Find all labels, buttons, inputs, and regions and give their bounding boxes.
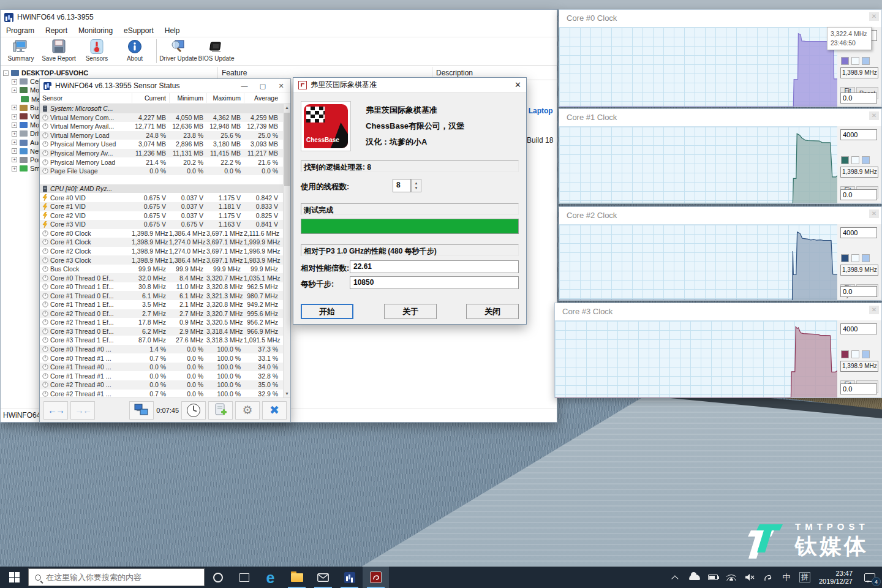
threads-stepper[interactable]: ▲ ▼ xyxy=(411,179,421,192)
line-color-swatch[interactable] xyxy=(841,156,849,164)
y-max-input[interactable] xyxy=(840,129,877,140)
sensors-button[interactable]: Sensors xyxy=(78,37,116,65)
expand-icon[interactable]: + xyxy=(12,114,17,119)
summary-button[interactable]: Summary xyxy=(2,37,40,65)
start-button[interactable] xyxy=(0,567,28,588)
grid-color-swatch[interactable] xyxy=(862,254,870,262)
line-color-swatch[interactable] xyxy=(841,350,849,358)
sensor-row[interactable]: Physical Memory Av...11,236 MB11,131 MB1… xyxy=(40,149,283,158)
expand-icon[interactable]: + xyxy=(12,157,17,162)
sensor-row[interactable]: Core #3 VID0.675 V0.675 V1.163 V0.841 V xyxy=(40,220,283,229)
y-max-input[interactable] xyxy=(840,227,877,238)
sensor-row[interactable]: Physical Memory Load21.4 %20.2 %22.2 %21… xyxy=(40,157,283,167)
collapse-icon[interactable]: - xyxy=(3,70,9,76)
sensor-row[interactable]: Core #3 Thread 1 Ef...87.0 MHz27.6 MHz3,… xyxy=(40,336,283,345)
save-report-button[interactable]: Save Report xyxy=(40,37,78,65)
line-color-swatch[interactable] xyxy=(841,254,849,262)
line-color-swatch[interactable] xyxy=(841,57,849,65)
sensor-row[interactable]: Core #2 VID0.675 V0.037 V1.175 V0.825 V xyxy=(40,211,283,221)
mail-button[interactable] xyxy=(310,567,336,588)
menu-help[interactable]: Help xyxy=(159,25,186,36)
scrollbar-thumb[interactable] xyxy=(284,113,290,186)
sensor-row[interactable]: Virtual Memory Com...4,227 MB4,050 MB4,3… xyxy=(40,113,283,123)
close-icon[interactable]: ✕ xyxy=(869,111,879,120)
sensor-row[interactable]: Core #0 Clock1,398.9 MHz1,386.4 MHz3,697… xyxy=(40,229,283,238)
expand-icon[interactable]: + xyxy=(12,166,17,172)
y-min-input[interactable] xyxy=(840,286,877,297)
sensor-row[interactable]: Core #1 Thread #1 ...0.0 %0.0 %100.0 %32… xyxy=(40,371,283,380)
search-input[interactable] xyxy=(46,573,187,582)
spin-down-icon[interactable]: ▼ xyxy=(412,185,421,191)
close-icon[interactable]: ✕ xyxy=(869,209,879,218)
y-min-input[interactable] xyxy=(840,189,877,200)
sensor-row[interactable]: Core #0 Thread 1 Ef...30.8 MHz11.0 MHz3,… xyxy=(40,282,283,292)
sensor-group-row[interactable]: CPU [#0]: AMD Ryz... xyxy=(40,184,283,194)
sensor-row[interactable]: Core #0 Thread #1 ...0.7 %0.0 %100.0 %33… xyxy=(40,353,283,363)
sensor-titlebar[interactable]: HWiNFO64 v6.13-3955 Sensor Status — ▢ ✕ xyxy=(40,79,290,93)
ink-workspace-button[interactable] xyxy=(759,567,777,588)
dialog-titlebar[interactable]: 弗里茨国际象棋基准 ✕ xyxy=(293,78,526,92)
expand-columns-button[interactable]: ←→ xyxy=(43,401,68,420)
sensor-row[interactable]: Core #0 Thread 0 Ef...32.0 MHz8.4 MHz3,3… xyxy=(40,273,283,282)
onedrive-tray-button[interactable] xyxy=(685,567,704,588)
col-sensor[interactable]: Sensor xyxy=(40,94,132,102)
sensor-row[interactable]: Core #1 Thread 0 Ef...6.1 MHz6.1 MHz3,32… xyxy=(40,291,283,300)
menu-esupport[interactable]: eSupport xyxy=(118,25,159,36)
col-current[interactable]: Current xyxy=(132,93,169,103)
bios-update-button[interactable]: BIOS Update xyxy=(197,37,235,65)
minimize-icon[interactable]: — xyxy=(235,79,254,92)
expand-icon[interactable]: + xyxy=(12,140,17,145)
close-button[interactable]: 关闭 xyxy=(466,304,519,319)
hwinfo-taskbar-button[interactable] xyxy=(336,567,363,588)
about-button[interactable]: About xyxy=(116,37,154,65)
background-color-swatch[interactable] xyxy=(851,156,859,164)
y-max-input[interactable] xyxy=(840,323,877,334)
ime-language-button[interactable]: 中 xyxy=(777,567,796,588)
close-sensors-button[interactable]: ✖ xyxy=(262,401,287,420)
expand-icon[interactable]: + xyxy=(12,79,17,85)
menu-program[interactable]: Program xyxy=(1,25,40,36)
driver-update-button[interactable]: Driver Update xyxy=(159,37,197,65)
task-view-button[interactable] xyxy=(231,567,257,588)
ime-pinyin-button[interactable]: 拼 xyxy=(796,567,814,588)
core0-clock-plot[interactable] xyxy=(559,27,837,107)
sensor-group-row[interactable]: System: Microsoft C... xyxy=(40,104,283,113)
y-min-input[interactable] xyxy=(840,92,877,104)
y-min-input[interactable] xyxy=(840,383,877,394)
threads-input[interactable]: 8 xyxy=(393,179,411,192)
close-icon[interactable]: ✕ xyxy=(272,79,290,92)
clock-button[interactable] xyxy=(181,401,206,420)
sensor-row[interactable]: Core #2 Thread 1 Ef...17.8 MHz0.9 MHz3,3… xyxy=(40,318,283,327)
sensor-row[interactable]: Core #2 Thread 0 Ef...2.7 MHz2.7 MHz3,32… xyxy=(40,309,283,318)
sensor-row[interactable]: Core #1 Thread #0 ...0.0 %0.0 %100.0 %34… xyxy=(40,363,283,372)
scroll-up-icon[interactable]: ▲ xyxy=(284,104,290,111)
sensor-row[interactable]: Core #1 Thread 1 Ef...3.5 MHz2.1 MHz3,32… xyxy=(40,300,283,309)
tree-root[interactable]: - DESKTOP-UF5VOHC xyxy=(3,69,217,77)
remote-monitoring-button[interactable] xyxy=(129,401,154,420)
sensor-row[interactable]: Core #1 Clock1,398.9 MHz1,274.0 MHz3,697… xyxy=(40,238,283,247)
sensor-row[interactable]: Core #0 VID0.675 V0.037 V1.175 V0.842 V xyxy=(40,193,283,202)
menu-monitoring[interactable]: Monitoring xyxy=(73,25,118,36)
action-center-button[interactable]: 4 xyxy=(858,567,882,588)
sensor-row[interactable]: Bus Clock99.9 MHz99.9 MHz99.9 MHz99.9 MH… xyxy=(40,265,283,274)
expand-icon[interactable]: + xyxy=(12,105,17,110)
sensor-row[interactable]: Virtual Memory Avail...12,771 MB12,636 M… xyxy=(40,122,283,131)
menu-report[interactable]: Report xyxy=(40,25,73,36)
close-icon[interactable]: ✕ xyxy=(869,12,879,21)
close-icon[interactable]: ✕ xyxy=(514,80,521,89)
sensor-row[interactable]: Core #2 Thread #0 ...0.0 %0.0 %100.0 %35… xyxy=(40,380,283,390)
cortana-button[interactable] xyxy=(205,567,231,588)
background-color-swatch[interactable] xyxy=(851,254,859,262)
background-color-swatch[interactable] xyxy=(851,57,859,65)
expand-icon[interactable]: + xyxy=(12,148,17,154)
main-titlebar[interactable]: HWiNFO64 v6.13-3955 xyxy=(1,10,557,24)
file-explorer-button[interactable] xyxy=(284,567,310,588)
background-color-swatch[interactable] xyxy=(851,350,859,358)
col-minimum[interactable]: Minimum xyxy=(169,93,206,103)
scroll-down-icon[interactable]: ▼ xyxy=(284,390,290,398)
sensor-row[interactable]: Core #0 Thread #0 ...1.4 %0.0 %100.0 %37… xyxy=(40,345,283,354)
core2-clock-plot[interactable] xyxy=(559,224,837,300)
core3-clock-plot[interactable] xyxy=(555,320,837,398)
start-button[interactable]: 开始 xyxy=(301,304,353,319)
sensor-row[interactable]: Physical Memory Used3,074 MB2,896 MB3,18… xyxy=(40,140,283,149)
